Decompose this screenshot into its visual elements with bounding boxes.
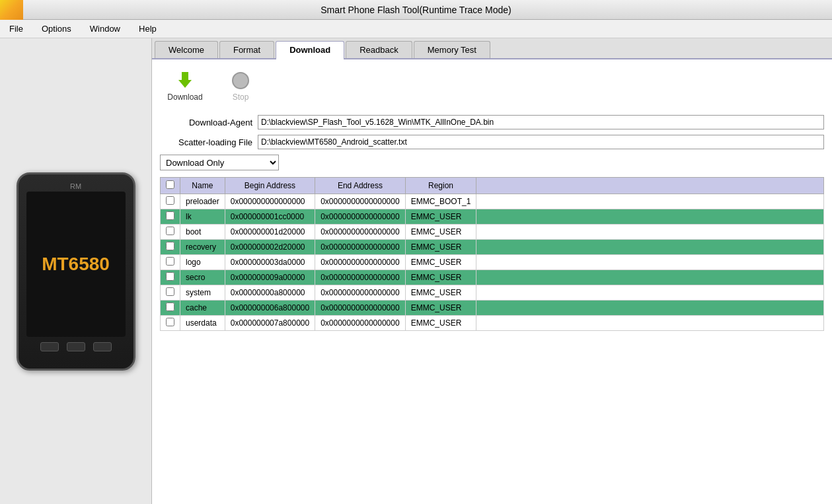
table-body: preloader0x0000000000000000x000000000000…	[161, 194, 824, 331]
row-begin-addr: 0x000000001d20000	[225, 225, 315, 240]
phone-brand: RM	[70, 182, 81, 190]
tab-download[interactable]: Download	[276, 41, 344, 59]
col-end: End Address	[315, 178, 405, 194]
row-name: userdata	[180, 316, 225, 331]
tabs: Welcome Format Download Readback Memory …	[152, 38, 832, 59]
row-name: preloader	[180, 194, 225, 209]
agent-section: Download-Agent Scatter-loading File	[160, 115, 824, 149]
tab-welcome[interactable]: Welcome	[155, 41, 218, 58]
row-checkbox[interactable]	[166, 287, 174, 296]
row-checkbox-cell	[161, 240, 180, 255]
row-region: EMMC_USER	[405, 225, 476, 240]
table-row: userdata0x000000007a8000000x000000000000…	[161, 316, 824, 331]
scatter-row: Scatter-loading File	[160, 135, 824, 149]
select-all-checkbox[interactable]	[166, 180, 174, 189]
row-extra	[476, 209, 824, 225]
agent-label: Download-Agent	[160, 118, 252, 127]
tab-readback[interactable]: Readback	[346, 41, 412, 58]
row-name: logo	[180, 255, 225, 270]
table-row: cache0x000000006a8000000x000000000000000…	[161, 301, 824, 316]
row-extra	[476, 240, 824, 255]
row-region: EMMC_BOOT_1	[405, 194, 476, 209]
row-begin-addr: 0x000000007a800000	[225, 316, 315, 331]
row-checkbox-cell	[161, 270, 180, 285]
row-name: secro	[180, 270, 225, 285]
phone-image: RM MT6580	[17, 172, 135, 371]
row-end-addr: 0x0000000000000000	[315, 194, 405, 209]
row-checkbox-cell	[161, 194, 180, 209]
row-region: EMMC_USER	[405, 301, 476, 316]
row-name: lk	[180, 209, 225, 225]
download-button[interactable]: Download	[165, 70, 205, 102]
row-checkbox[interactable]	[166, 272, 174, 281]
row-end-addr: 0x0000000000000000	[315, 209, 405, 225]
row-region: EMMC_USER	[405, 270, 476, 285]
table-row: lk0x000000001cc00000x0000000000000000EMM…	[161, 209, 824, 225]
title-bar: Smart Phone Flash Tool(Runtime Trace Mod…	[0, 0, 832, 20]
row-region: EMMC_USER	[405, 209, 476, 225]
row-begin-addr: 0x000000000000000	[225, 194, 315, 209]
row-end-addr: 0x0000000000000000	[315, 316, 405, 331]
row-begin-addr: 0x000000001cc0000	[225, 209, 315, 225]
row-checkbox[interactable]	[166, 318, 174, 326]
row-begin-addr: 0x000000003da0000	[225, 255, 315, 270]
tab-memory-test[interactable]: Memory Test	[414, 41, 490, 58]
table-row: boot0x000000001d200000x0000000000000000E…	[161, 225, 824, 240]
row-end-addr: 0x0000000000000000	[315, 255, 405, 270]
row-extra	[476, 270, 824, 285]
menu-file[interactable]: File	[5, 22, 27, 35]
row-begin-addr: 0x000000009a00000	[225, 270, 315, 285]
table-row: logo0x000000003da00000x0000000000000000E…	[161, 255, 824, 270]
phone-btn-home	[67, 342, 85, 351]
svg-rect-0	[182, 72, 188, 81]
row-end-addr: 0x0000000000000000	[315, 240, 405, 255]
row-checkbox-cell	[161, 316, 180, 331]
row-extra	[476, 316, 824, 331]
col-region: Region	[405, 178, 476, 194]
agent-input[interactable]	[258, 115, 824, 129]
row-region: EMMC_USER	[405, 255, 476, 270]
tab-format[interactable]: Format	[219, 41, 274, 58]
phone-btn-menu	[93, 342, 112, 351]
row-region: EMMC_USER	[405, 316, 476, 331]
row-name: system	[180, 285, 225, 301]
row-checkbox[interactable]	[166, 257, 174, 266]
menu-help[interactable]: Help	[135, 22, 161, 35]
app-title: Smart Phone Flash Tool(Runtime Trace Mod…	[321, 5, 511, 15]
file-table: Name Begin Address End Address Region pr…	[160, 177, 824, 331]
toolbar: Download Stop	[160, 67, 824, 104]
row-checkbox-cell	[161, 285, 180, 301]
table-row: recovery0x000000002d200000x0000000000000…	[161, 240, 824, 255]
table-row: preloader0x0000000000000000x000000000000…	[161, 194, 824, 209]
row-checkbox[interactable]	[166, 227, 174, 235]
row-extra	[476, 301, 824, 316]
row-checkbox-cell	[161, 301, 180, 316]
row-extra	[476, 285, 824, 301]
phone-btn-back	[40, 342, 59, 351]
stop-label: Stop	[233, 92, 249, 102]
col-begin: Begin Address	[225, 178, 315, 194]
row-end-addr: 0x0000000000000000	[315, 225, 405, 240]
left-panel: RM MT6580	[0, 38, 152, 504]
agent-row: Download-Agent	[160, 115, 824, 129]
row-checkbox[interactable]	[166, 196, 174, 205]
scatter-label: Scatter-loading File	[160, 137, 252, 147]
row-name: cache	[180, 301, 225, 316]
download-icon	[174, 70, 196, 91]
scatter-input[interactable]	[258, 135, 824, 149]
menu-window[interactable]: Window	[86, 22, 124, 35]
download-mode-select[interactable]: Download OnlyFirmware UpgradeFormat All …	[160, 155, 279, 170]
col-name: Name	[180, 178, 225, 194]
tab-content: Download Stop Download-Agent Scatter-loa…	[152, 59, 832, 504]
row-extra	[476, 225, 824, 240]
row-begin-addr: 0x00000000a800000	[225, 285, 315, 301]
menu-bar: File Options Window Help	[0, 20, 832, 38]
stop-button[interactable]: Stop	[221, 70, 260, 102]
content-area: Welcome Format Download Readback Memory …	[152, 38, 832, 504]
table-row: secro0x000000009a000000x0000000000000000…	[161, 270, 824, 285]
row-extra	[476, 255, 824, 270]
row-checkbox[interactable]	[166, 303, 174, 311]
row-checkbox[interactable]	[166, 211, 174, 220]
menu-options[interactable]: Options	[38, 22, 75, 35]
row-checkbox[interactable]	[166, 242, 174, 250]
